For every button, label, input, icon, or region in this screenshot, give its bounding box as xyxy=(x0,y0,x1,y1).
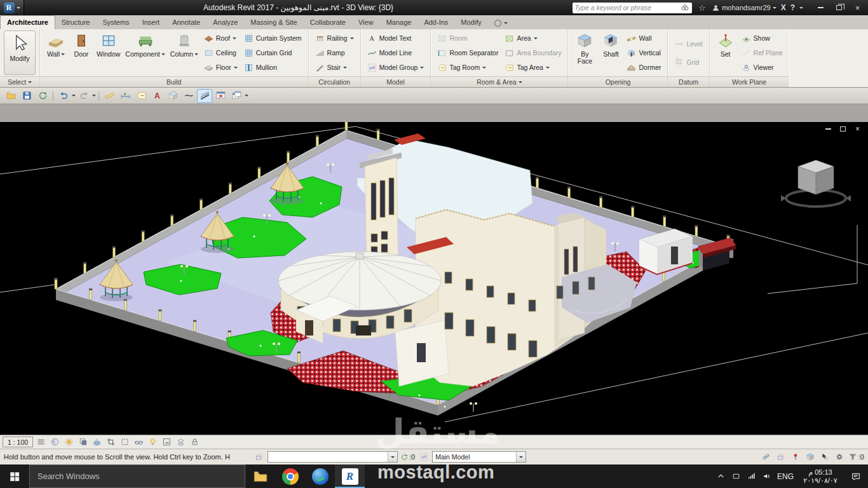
component-button[interactable]: Component xyxy=(123,30,166,75)
mullion-button[interactable]: Mullion xyxy=(241,60,304,75)
workset-selector[interactable] xyxy=(268,451,398,463)
select-underlay-icon[interactable] xyxy=(775,451,787,463)
level-button[interactable]: Level xyxy=(672,36,705,51)
show-work-plane-button[interactable]: Show xyxy=(739,31,785,46)
default-3d-view-button[interactable] xyxy=(165,89,180,103)
switch-windows-chevron-icon[interactable] xyxy=(245,95,248,97)
open-button[interactable] xyxy=(3,89,18,103)
editing-requests-badge[interactable]: :0 xyxy=(400,453,415,461)
shadows-icon[interactable] xyxy=(76,437,89,448)
taskbar-app-file-explorer[interactable] xyxy=(245,464,275,488)
tag-by-category-button[interactable] xyxy=(133,89,149,103)
ceiling-button[interactable]: Ceiling xyxy=(201,46,240,60)
displacement-sets-icon[interactable] xyxy=(174,437,187,448)
show-crop-region-icon[interactable] xyxy=(118,437,131,448)
switch-windows-button[interactable] xyxy=(229,89,244,103)
reveal-hidden-elements-icon[interactable] xyxy=(146,437,159,448)
close-button[interactable]: × xyxy=(848,0,867,15)
search-binoculars-icon[interactable] xyxy=(679,3,690,13)
sun-path-icon[interactable] xyxy=(62,437,75,448)
view-close-button[interactable]: × xyxy=(853,125,862,133)
3d-scene[interactable] xyxy=(0,122,868,435)
action-center-icon[interactable] xyxy=(844,464,868,488)
section-button[interactable] xyxy=(181,89,196,103)
curtain-grid-button[interactable]: Curtain Grid xyxy=(241,46,304,60)
roof-button[interactable]: Roof xyxy=(201,31,240,46)
tray-generic-icon[interactable] xyxy=(728,464,743,488)
signin-user[interactable]: mohandsamr29 xyxy=(712,4,776,12)
tab-systems[interactable]: Systems xyxy=(96,16,135,29)
tab-insert[interactable]: Insert xyxy=(136,16,166,29)
3d-viewport[interactable]: × xyxy=(0,122,868,435)
visual-style-icon[interactable] xyxy=(48,437,61,448)
temporary-view-properties-icon[interactable] xyxy=(160,437,173,448)
taskbar-app-chrome[interactable] xyxy=(275,464,305,488)
tab-view[interactable]: View xyxy=(352,16,380,29)
ramp-button[interactable]: Ramp xyxy=(313,46,356,60)
infocenter-search-input[interactable] xyxy=(574,4,678,11)
synchronize-button[interactable] xyxy=(35,89,50,103)
window-button[interactable]: Window xyxy=(95,30,122,75)
tab-addins[interactable]: Add-Ins xyxy=(417,16,454,29)
view-restore-button[interactable] xyxy=(839,125,847,133)
taskbar-search[interactable]: Search Windows xyxy=(29,464,245,488)
column-button[interactable]: Column xyxy=(168,30,200,75)
area-button[interactable]: Area xyxy=(502,31,564,46)
aligned-dimension-button[interactable] xyxy=(118,89,133,103)
temporary-hide-isolate-icon[interactable] xyxy=(132,437,145,448)
undo-button[interactable] xyxy=(56,89,71,103)
redo-chevron-icon[interactable] xyxy=(92,95,96,97)
help-icon[interactable]: ? xyxy=(790,3,795,12)
taskbar-app-revit[interactable]: R xyxy=(335,464,365,488)
shaft-button[interactable]: Shaft xyxy=(599,30,623,75)
door-button[interactable]: Door xyxy=(69,30,93,75)
language-indicator[interactable]: ENG xyxy=(774,472,797,481)
floor-button[interactable]: Floor xyxy=(201,60,240,75)
crop-view-icon[interactable] xyxy=(104,437,117,448)
wall-opening-button[interactable]: Wall xyxy=(624,31,663,46)
reveal-constraints-icon[interactable] xyxy=(188,437,201,448)
model-line-button[interactable]: Model Line xyxy=(365,46,427,60)
modify-button[interactable]: Modify xyxy=(4,30,36,75)
tab-architecture[interactable]: Architecture xyxy=(0,15,55,29)
help-chevron-icon[interactable] xyxy=(799,7,803,9)
selection-filter[interactable]: :0 xyxy=(848,452,864,461)
model-group-button[interactable]: Model Group xyxy=(365,60,427,75)
thin-lines-button[interactable] xyxy=(197,89,212,103)
wall-button[interactable]: Wall xyxy=(44,30,68,75)
tray-chevron-icon[interactable] xyxy=(713,464,728,488)
ref-plane-button[interactable]: Ref Plane xyxy=(739,46,785,60)
set-work-plane-button[interactable]: Set xyxy=(714,30,738,75)
dormer-button[interactable]: Dormer xyxy=(624,60,663,75)
stair-button[interactable]: Stair xyxy=(313,60,356,75)
room-button[interactable]: Room xyxy=(435,31,501,46)
render-icon[interactable] xyxy=(90,437,103,448)
select-pinned-icon[interactable] xyxy=(790,451,802,463)
tab-annotate[interactable]: Annotate xyxy=(166,16,207,29)
infocenter-search[interactable] xyxy=(573,3,692,13)
grid-button[interactable]: Grid xyxy=(672,55,705,69)
curtain-system-button[interactable]: Curtain System xyxy=(241,31,304,46)
redo-button[interactable] xyxy=(76,89,92,103)
settings-gear-icon[interactable] xyxy=(834,451,846,463)
save-button[interactable] xyxy=(19,89,34,103)
drag-on-selection-icon[interactable] xyxy=(819,451,831,463)
favorites-star-icon[interactable]: ☆ xyxy=(696,3,707,13)
start-button[interactable] xyxy=(0,464,29,488)
measure-button[interactable] xyxy=(102,89,117,103)
detail-level-icon[interactable] xyxy=(34,437,47,448)
clock[interactable]: 05:13 م ٢٠١٩/٠٨/٠٧ xyxy=(797,468,844,485)
tag-room-button[interactable]: Tag Room xyxy=(435,60,501,75)
area-boundary-button[interactable]: Area Boundary xyxy=(502,46,564,60)
select-panel-label[interactable]: Select xyxy=(0,76,39,87)
design-option-selector[interactable]: Main Model xyxy=(432,451,526,463)
tab-collaborate[interactable]: Collaborate xyxy=(304,16,352,29)
close-hidden-windows-button[interactable] xyxy=(213,89,228,103)
select-by-face-icon[interactable] xyxy=(804,451,817,463)
app-menu-button[interactable]: R xyxy=(0,0,24,15)
room-separator-button[interactable]: Room Separator xyxy=(435,46,501,60)
maximize-button[interactable] xyxy=(830,0,848,15)
taskbar-app-blue[interactable] xyxy=(305,464,335,488)
worksets-icon[interactable] xyxy=(253,451,265,463)
design-options-icon[interactable] xyxy=(417,451,430,463)
